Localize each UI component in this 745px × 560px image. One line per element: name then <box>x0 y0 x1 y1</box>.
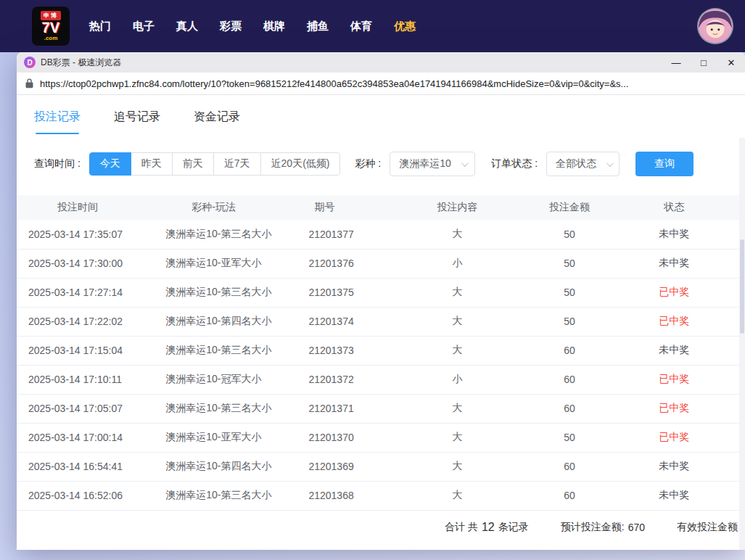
col-header-issue: 期号 <box>298 195 399 220</box>
cell-game-type: 澳洲幸运10-第四名大小 <box>154 452 298 481</box>
cell-issue-number: 21201371 <box>298 394 399 423</box>
cell-bet-amount: 50 <box>515 423 623 452</box>
nav-item-live[interactable]: 真人 <box>165 20 209 33</box>
cell-bet-amount: 60 <box>515 394 623 423</box>
nav-item-sports[interactable]: 体育 <box>339 20 383 33</box>
summary-total: 合计 共 12 条记录 <box>445 521 529 534</box>
time-filter-last7days[interactable]: 近7天 <box>213 152 261 176</box>
time-filter-last20days[interactable]: 近20天(低频) <box>260 152 341 176</box>
cell-game-type: 澳洲幸运10-第三名大小 <box>154 481 298 510</box>
cell-game-type: 澳洲幸运10-第三名大小 <box>154 336 298 365</box>
time-filter-day-before[interactable]: 前天 <box>172 152 214 176</box>
cell-bet-content: 大 <box>400 278 515 307</box>
maximize-button[interactable]: □ <box>690 52 717 73</box>
tab-fund-records[interactable]: 资金记录 <box>194 110 240 134</box>
bet-records-table: 投注时间 彩种-玩法 期号 投注内容 投注金额 状态 2025-03-14 17… <box>17 195 739 511</box>
page-content: 投注记录 追号记录 资金记录 查询时间 : 今天 昨天 前天 近7天 近20天(… <box>17 95 745 550</box>
query-button[interactable]: 查询 <box>635 152 693 176</box>
tabs: 投注记录 追号记录 资金记录 <box>17 95 745 134</box>
summary-expected-label: 预计投注金额: <box>561 521 625 534</box>
cell-status: 未中奖 <box>624 220 739 249</box>
cell-bet-content: 大 <box>400 336 515 365</box>
table-row: 2025-03-14 17:05:07澳洲幸运10-第三名大小21201371大… <box>17 394 739 423</box>
cell-issue-number: 21201370 <box>298 423 399 452</box>
tab-bet-records[interactable]: 投注记录 <box>34 110 81 134</box>
cell-status: 未中奖 <box>624 452 739 481</box>
cell-status: 已中奖 <box>624 423 739 452</box>
table-header-row: 投注时间 彩种-玩法 期号 投注内容 投注金额 状态 <box>17 195 739 220</box>
summary-total-suffix: 条记录 <box>498 521 529 534</box>
scrollbar-thumb[interactable] <box>740 239 744 334</box>
browser-app-icon: D <box>24 57 36 68</box>
cell-issue-number: 21201373 <box>298 336 399 365</box>
window-controls: — □ ✕ <box>662 52 745 73</box>
nav-item-promo[interactable]: 优惠 <box>383 20 427 33</box>
user-avatar[interactable] <box>699 9 732 43</box>
time-filter-label: 查询时间 : <box>34 157 81 170</box>
cell-bet-time: 2025-03-14 17:10:11 <box>17 365 154 394</box>
summary-valid-label: 有效投注金额 <box>677 521 738 534</box>
cell-bet-time: 2025-03-14 17:00:14 <box>17 423 154 452</box>
cell-issue-number: 21201369 <box>298 452 399 481</box>
col-header-bet-content: 投注内容 <box>400 195 515 220</box>
url-bar[interactable]: https://ctop02pchwp1.zfnc84.com/lottery/… <box>17 73 745 95</box>
table-row: 2025-03-14 17:27:14澳洲幸运10-第三名大小21201375大… <box>17 278 739 307</box>
summary-total-prefix: 合计 共 <box>445 521 478 534</box>
cell-bet-amount: 50 <box>515 220 623 249</box>
lock-icon <box>25 78 33 88</box>
screen: 申博 7V .com 热门 电子 真人 彩票 棋牌 捕鱼 体育 优惠 <box>0 0 745 560</box>
window-titlebar[interactable]: D DB彩票 - 极速浏览器 — □ ✕ <box>17 52 745 73</box>
site-logo[interactable]: 申博 7V .com <box>32 7 70 46</box>
chevron-down-icon <box>461 160 469 167</box>
cell-bet-time: 2025-03-14 17:30:00 <box>17 249 154 278</box>
cell-bet-content: 大 <box>400 220 515 249</box>
filter-bar: 查询时间 : 今天 昨天 前天 近7天 近20天(低频) 彩种 : 澳洲幸运10… <box>17 134 745 176</box>
col-header-bet-amount: 投注金额 <box>515 195 623 220</box>
cell-status: 未中奖 <box>624 481 739 510</box>
cell-bet-content: 小 <box>400 365 515 394</box>
nav-item-hot[interactable]: 热门 <box>78 20 122 33</box>
cell-bet-content: 大 <box>400 307 515 336</box>
lottery-filter-label: 彩种 : <box>355 157 381 170</box>
nav-item-fishing[interactable]: 捕鱼 <box>296 20 339 33</box>
cell-issue-number: 21201374 <box>298 307 399 336</box>
table-row: 2025-03-14 17:15:04澳洲幸运10-第三名大小21201373大… <box>17 336 739 365</box>
time-filter-today[interactable]: 今天 <box>89 152 131 176</box>
logo-main: 7V <box>42 20 59 36</box>
logo-suffix: .com <box>44 36 58 41</box>
table-row: 2025-03-14 17:10:11澳洲幸运10-冠军大小21201372小6… <box>17 365 739 394</box>
records-body: 2025-03-14 17:35:07澳洲幸运10-第三名大小21201377大… <box>17 220 739 510</box>
cell-game-type: 澳洲幸运10-第三名大小 <box>154 394 298 423</box>
minimize-button[interactable]: — <box>662 52 690 73</box>
nav-item-cards[interactable]: 棋牌 <box>252 20 296 33</box>
lottery-select[interactable]: 澳洲幸运10 <box>390 152 475 176</box>
cell-bet-time: 2025-03-14 17:22:02 <box>17 307 154 336</box>
table-row: 2025-03-14 16:52:06澳洲幸运10-第三名大小21201368大… <box>17 481 739 510</box>
time-filter-group: 今天 昨天 前天 近7天 近20天(低频) <box>89 152 341 176</box>
cell-bet-time: 2025-03-14 16:54:41 <box>17 452 154 481</box>
nav-item-slots[interactable]: 电子 <box>122 20 165 33</box>
col-header-bet-time: 投注时间 <box>17 195 154 220</box>
cell-game-type: 澳洲幸运10-第三名大小 <box>154 278 298 307</box>
cell-game-type: 澳洲幸运10-亚军大小 <box>154 249 298 278</box>
cell-status: 已中奖 <box>624 278 739 307</box>
cell-game-type: 澳洲幸运10-第三名大小 <box>154 220 298 249</box>
cell-game-type: 澳洲幸运10-冠军大小 <box>154 365 298 394</box>
cell-bet-amount: 50 <box>515 307 623 336</box>
cell-issue-number: 21201368 <box>298 481 399 510</box>
nav-item-lottery[interactable]: 彩票 <box>209 20 252 33</box>
order-status-select[interactable]: 全部状态 <box>546 152 620 176</box>
site-menu: 热门 电子 真人 彩票 棋牌 捕鱼 体育 优惠 <box>78 20 427 33</box>
cell-bet-amount: 60 <box>515 365 623 394</box>
scrollbar-track[interactable] <box>739 138 745 550</box>
cell-bet-content: 大 <box>400 394 515 423</box>
site-nav: 申博 7V .com 热门 电子 真人 彩票 棋牌 捕鱼 体育 优惠 <box>0 0 745 52</box>
close-button[interactable]: ✕ <box>717 52 745 73</box>
cell-bet-amount: 50 <box>515 249 623 278</box>
summary-expected: 预计投注金额: 670 <box>561 521 645 534</box>
cell-game-type: 澳洲幸运10-亚军大小 <box>154 423 298 452</box>
col-header-game-type: 彩种-玩法 <box>154 195 298 220</box>
tab-chase-records[interactable]: 追号记录 <box>114 110 160 134</box>
time-filter-yesterday[interactable]: 昨天 <box>131 152 173 176</box>
col-header-status: 状态 <box>624 195 739 220</box>
